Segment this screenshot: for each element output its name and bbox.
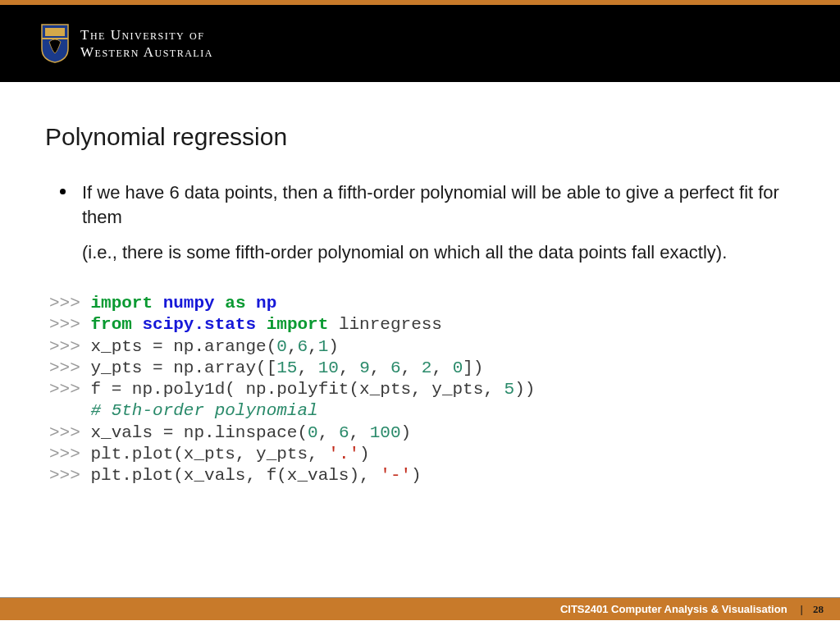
code-line: # 5th-order polynomial — [49, 401, 318, 420]
code-line: >>> import numpy as np — [49, 294, 276, 313]
footer-page-number: 28 — [813, 603, 824, 616]
footer-divider: | — [801, 603, 803, 615]
slide-header: The University of Western Australia — [0, 5, 840, 82]
code-line: >>> x_vals = np.linspace(0, 6, 100) — [49, 423, 411, 442]
code-line: >>> plt.plot(x_pts, y_pts, '.') — [49, 445, 370, 463]
code-line: >>> f = np.poly1d( np.polyfit(x_pts, y_p… — [49, 380, 535, 399]
code-line: >>> y_pts = np.array([15, 10, 9, 6, 2, 0… — [49, 358, 483, 377]
university-name: The University of Western Australia — [80, 26, 213, 62]
footer-course-label: CITS2401 Computer Analysis & Visualisati… — [560, 603, 788, 615]
bullet-dot-icon — [60, 189, 66, 194]
code-line: >>> plt.plot(x_vals, f(x_vals), '-') — [49, 466, 422, 485]
bullet-item: If we have 6 data points, then a fifth-o… — [45, 180, 795, 265]
university-crest-icon — [41, 24, 69, 63]
svg-rect-0 — [45, 28, 65, 36]
slide-footer: CITS2401 Computer Analysis & Visualisati… — [0, 597, 840, 620]
svg-rect-1 — [42, 38, 68, 39]
code-line: >>> x_pts = np.arange(0,6,1) — [49, 337, 339, 356]
uni-name-line2: Western Australia — [80, 43, 213, 61]
code-line: >>> from scipy.stats import linregress — [49, 315, 442, 334]
bullet-paragraph-2: (i.e., there is some fifth-order polynom… — [82, 240, 795, 265]
code-block: >>> import numpy as np >>> from scipy.st… — [45, 293, 795, 486]
slide-title: Polynomial regression — [45, 123, 795, 151]
bullet-paragraph-1: If we have 6 data points, then a fifth-o… — [82, 180, 795, 229]
slide-content: Polynomial regression If we have 6 data … — [0, 82, 840, 486]
uni-name-line1: The University of — [80, 26, 213, 43]
